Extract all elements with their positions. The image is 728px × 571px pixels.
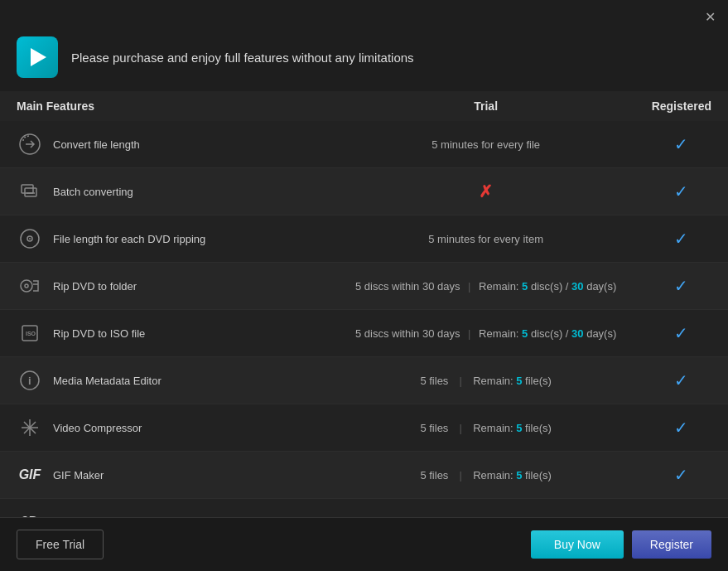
table-row: Batch converting ✗ ✓ [0,168,728,215]
svg-rect-2 [22,185,33,193]
trial-remain-num2: 30 [571,280,583,293]
table-row: ISO Rip DVD to ISO file 5 discs within 3… [0,310,728,357]
feature-icon-dvd-folder [17,273,43,299]
separator: | [456,422,468,434]
feature-icon-dvd [17,225,43,252]
footer-right: Buy Now Register [531,530,711,559]
footer-left: Free Trial [17,530,104,559]
close-button[interactable]: ✕ [701,8,718,25]
trial-cell-rip-dvd-folder: 5 discs within 30 days | Remain: 5 disc(… [337,263,635,310]
feature-name: File length for each DVD ripping [53,233,205,245]
feature-name: Batch converting [53,186,133,198]
check-icon: ✓ [674,135,688,153]
register-button[interactable]: Register [632,530,711,559]
trial-cell-rip-dvd-iso: 5 discs within 30 days | Remain: 5 disc(… [337,310,635,357]
play-icon [25,45,50,70]
table-row: File length for each DVD ripping 5 minut… [0,215,728,263]
feature-name: Media Metadata Editor [53,375,162,387]
feature-cell-inner: GIF GIF Maker [17,462,321,488]
trial-text: 5 minutes for every item [428,233,543,245]
col-main-features: Main Features [0,91,337,121]
trial-cell-convert-file-length: 5 minutes for every file [337,121,635,168]
feature-cell-rip-dvd-folder: Rip DVD to folder [0,263,337,310]
svg-point-8 [25,284,28,288]
separator: | [468,280,474,293]
feature-name: Video Compressor [53,422,142,434]
free-trial-button[interactable]: Free Trial [17,530,104,559]
buy-now-button[interactable]: Buy Now [531,530,624,559]
check-icon: ✓ [674,277,688,295]
trial-cell-gif-maker: 5 files | Remain: 5 file(s) [337,452,635,499]
trial-remain-suf: day(s) [584,280,617,293]
check-icon: ✓ [674,182,688,201]
trial-remain-pre: Remain: [479,327,522,340]
svg-marker-0 [31,48,46,66]
check-icon: ✓ [674,466,688,484]
registered-cell-media-metadata: ✓ [635,357,728,404]
feature-icon-gif: GIF [17,462,43,488]
check-icon: ✓ [674,419,688,437]
check-icon: ✓ [674,230,688,248]
check-icon: ✓ [674,371,688,390]
registered-cell-rip-dvd-iso: ✓ [635,310,728,357]
check-icon: ✓ [674,324,688,342]
table-row: i Media Metadata Editor 5 files | Remain… [0,357,728,404]
separator: | [456,469,468,481]
trial-text: 5 minutes for every file [431,138,540,151]
feature-cell-inner: ISO Rip DVD to ISO file [17,320,321,346]
feature-name: Rip DVD to folder [53,280,137,293]
svg-text:ISO: ISO [26,331,36,336]
trial-remain-suf: file(s) [522,375,551,387]
feature-icon-convert [17,131,43,157]
feature-cell-inner: Batch converting [17,178,321,205]
trial-pre: 5 discs within 30 days [355,327,460,340]
separator: | [468,327,474,340]
col-trial: Trial [337,91,635,121]
registered-cell-3d-maker: ✓ [635,499,728,518]
trial-pre: 5 files [420,375,448,387]
svg-rect-3 [25,188,36,196]
registered-cell-gif-maker: ✓ [635,452,728,499]
feature-cell-video-compressor: Video Compressor [0,404,337,452]
main-dialog: ✕ Please purchase and enjoy full feature… [0,0,728,571]
trial-cell-video-compressor: 5 files | Remain: 5 file(s) [337,404,635,452]
feature-cell-media-metadata: i Media Metadata Editor [0,357,337,404]
table-row: GIF GIF Maker 5 files | Remain: 5 file(s… [0,452,728,499]
feature-cell-rip-dvd-iso: ISO Rip DVD to ISO file [0,310,337,357]
trial-remain-num2: 30 [571,327,583,340]
registered-cell-convert-file-length: ✓ [635,121,728,168]
trial-remain-pre: Remain: [479,280,522,293]
trial-pre: 5 files [420,469,448,481]
cross-icon: ✗ [479,182,493,201]
trial-remain-pre: Remain: [473,422,516,434]
table-row: 3D 3D Maker 5 files | Remain: 5 file(s) … [0,499,728,518]
feature-cell-inner: 3D 3D Maker [17,509,321,517]
feature-icon-dvd-iso: ISO [17,320,43,346]
features-table: Main Features Trial Registered Convert f… [0,91,728,517]
header-message: Please purchase and enjoy full features … [71,51,414,65]
table-row: Video Compressor 5 files | Remain: 5 fil… [0,404,728,452]
trial-pre: 5 discs within 30 days [355,280,460,293]
feature-icon-info: i [17,367,43,394]
feature-cell-inner: File length for each DVD ripping [17,225,321,252]
feature-icon-compress [17,414,43,441]
header: Please purchase and enjoy full features … [0,30,728,91]
trial-cell-media-metadata: 5 files | Remain: 5 file(s) [337,357,635,404]
trial-pre: 5 files [420,422,448,434]
feature-cell-inner: Video Compressor [17,414,321,441]
feature-cell-inner: i Media Metadata Editor [17,367,321,394]
registered-cell-video-compressor: ✓ [635,404,728,452]
registered-cell-rip-dvd-folder: ✓ [635,263,728,310]
registered-cell-batch-converting: ✓ [635,168,728,215]
table-row: Convert file length 5 minutes for every … [0,121,728,168]
feature-cell-batch-converting: Batch converting [0,168,337,215]
feature-icon-3d: 3D [17,509,43,517]
trial-remain-mid: disc(s) / [528,327,571,340]
feature-cell-inner: Convert file length [17,131,321,157]
footer: Free Trial Buy Now Register [0,517,728,571]
table-row: Rip DVD to folder 5 discs within 30 days… [0,263,728,310]
trial-remain-suf: day(s) [584,327,617,340]
trial-remain-suf: file(s) [522,422,551,434]
feature-name: Convert file length [53,138,140,151]
feature-cell-gif-maker: GIF GIF Maker [0,452,337,499]
